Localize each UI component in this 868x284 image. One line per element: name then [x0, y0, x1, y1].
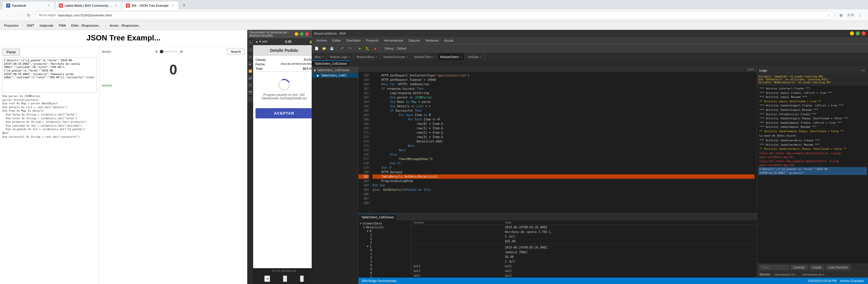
tab-modulelogin-close[interactable]: ×: [349, 55, 350, 59]
forward-button[interactable]: →: [14, 11, 22, 19]
tab-facebook-close[interactable]: ×: [46, 3, 51, 8]
menu-proyecto[interactable]: Proyecto: [364, 38, 381, 43]
tab-main[interactable]: Main ×: [312, 53, 327, 60]
permisos-button[interactable]: Lista Permisos: [826, 265, 850, 270]
back-button[interactable]: ←: [3, 11, 12, 19]
debug-tree-detaillist[interactable]: ▼DetailList: [359, 225, 411, 229]
tab-json[interactable]: B B4i - JSON Tree Example ×: [122, 1, 179, 9]
tab-alerts-close[interactable]: ×: [114, 3, 118, 8]
tab-alerts[interactable]: B Latest Alerts | B4X Community ... ×: [55, 1, 122, 9]
toolbar-annex[interactable]: Annex - Responsive...: [108, 23, 143, 28]
toolbar-redo[interactable]: ↷: [346, 46, 353, 52]
bookmark-star[interactable]: ☆: [827, 13, 831, 18]
side-btn-8[interactable]: 📷: [247, 89, 253, 95]
tab-instdata[interactable]: InstData ×: [465, 53, 485, 60]
admin-right[interactable]: Administrador de A...: [802, 273, 827, 276]
tab-moduleorders-close[interactable]: ×: [460, 55, 462, 59]
tab-modulegenerate-close[interactable]: ×: [406, 55, 408, 59]
ide-maximize[interactable]: [856, 31, 860, 35]
debug-tree-1-1[interactable]: 1: [359, 252, 411, 256]
debugger-tab-active[interactable]: TableOrders_CellClicked: [359, 214, 397, 220]
toolbar-treipicode[interactable]: treipicode: [38, 23, 55, 28]
debug-row-3[interactable]: 825.00: [411, 239, 757, 244]
side-btn-5[interactable]: 📶: [247, 68, 253, 74]
debug-tree-1-4[interactable]: 4: [359, 263, 411, 267]
admin-left[interactable]: Administrador de L...: [774, 273, 798, 276]
tab-instdata-close[interactable]: ×: [480, 55, 482, 59]
search-button[interactable]: Search: [227, 49, 245, 55]
url-bar[interactable]: No es seguro basic4ppc.com:51042/json/in…: [35, 11, 835, 19]
debug-row-7[interactable]: 58.00: [411, 255, 757, 259]
debug-row-null-2[interactable]: nullnull: [411, 269, 757, 274]
debug-tree-1-5[interactable]: 5: [359, 267, 411, 271]
debug-row-5[interactable]: 2019-06-24T08:03:26.000Z: [411, 245, 757, 250]
tree-item-tableorders[interactable]: ▶ TableOrders_CellCl: [312, 73, 358, 78]
ide-minimize[interactable]: [850, 31, 854, 35]
tab-moduleorders[interactable]: ModuleOrders ×: [437, 53, 465, 60]
debug-row-null-1[interactable]: nullnull: [411, 264, 757, 269]
debug-row-0[interactable]: 2019-06-24T08:03:26.000Z: [411, 225, 757, 230]
toolbar-run[interactable]: ▶: [357, 46, 363, 52]
tab-main-close[interactable]: ×: [322, 55, 324, 59]
side-btn-3[interactable]: ⟳: [247, 54, 253, 60]
side-btn-2[interactable]: ↷: [247, 47, 253, 53]
parse-button[interactable]: Parse: [2, 49, 20, 56]
menu-disenador[interactable]: Diseñador: [344, 38, 363, 43]
side-btn-1[interactable]: ↶: [247, 40, 253, 46]
side-btn-6[interactable]: 🔊: [247, 75, 253, 81]
menu-ventanas[interactable]: Ventanas: [423, 38, 441, 43]
toolbar-save[interactable]: 💾: [329, 46, 335, 52]
debug-row-null-3[interactable]: nullnull: [411, 274, 757, 278]
debug-tree-0-2[interactable]: 2: [359, 237, 411, 240]
debug-tree-1-2[interactable]: 2: [359, 256, 411, 260]
tab-modulegenerate[interactable]: ModuleGenerate ×: [380, 53, 411, 60]
slider-handle[interactable]: [160, 50, 163, 53]
debug-row-2[interactable]: 5 (b?): [411, 234, 757, 239]
debug-row-6[interactable]: Jamaica 700ml: [411, 250, 757, 255]
side-btn-4[interactable]: ▶: [247, 61, 253, 67]
json-input[interactable]: {"details":[{"id_pedido":4,"fecha":"2019…: [2, 57, 97, 93]
tab-modulemenu-close[interactable]: ×: [375, 55, 377, 59]
tab-modulelogin[interactable]: Module.Login ×: [327, 53, 354, 60]
toolbar-proyectos[interactable]: Proyectos: [2, 23, 20, 28]
clean-button[interactable]: Limpiar: [809, 265, 825, 270]
window-minimize[interactable]: [295, 32, 298, 36]
menu-herramientas[interactable]: Herramientas: [382, 38, 406, 43]
tab-facebook[interactable]: f Facebook ×: [2, 1, 55, 9]
menu-depurar[interactable]: Depurar: [406, 38, 423, 43]
toolbar-driko[interactable]: Driko - Responsive...: [69, 23, 103, 28]
toolbar-new[interactable]: 📄: [313, 46, 320, 52]
reload-button[interactable]: ↻: [25, 11, 33, 19]
back-nav-button[interactable]: ◄: [264, 276, 270, 282]
debug-tree-1[interactable]: ▼1: [359, 245, 411, 248]
debug-tree-1-3[interactable]: 3: [359, 260, 411, 263]
tab-modulemenu[interactable]: Module.Menu ×: [353, 53, 380, 60]
window-close[interactable]: [305, 32, 309, 36]
window-maximize[interactable]: [300, 32, 304, 36]
filter-input[interactable]: [760, 265, 789, 270]
code-content[interactable]: HTTP.GetRequest.SetContentType("applicat…: [370, 72, 757, 213]
new-tab-button[interactable]: +: [180, 1, 188, 9]
ide-close[interactable]: [862, 31, 866, 35]
side-btn-9[interactable]: ⋮: [247, 96, 253, 102]
debug-tree-1-0[interactable]: 0: [359, 248, 411, 252]
toolbar-undo[interactable]: ↶: [339, 46, 345, 52]
slider-track[interactable]: [160, 51, 177, 52]
debug-tree-1-7[interactable]: 7: [359, 275, 411, 278]
debug-tree-0[interactable]: ▼0: [359, 229, 411, 233]
logs-close-btn[interactable]: × 3: [859, 68, 866, 73]
toolbar-dwt[interactable]: DWT: [25, 23, 36, 28]
debug-tree-0-3[interactable]: 3: [359, 240, 411, 245]
home-nav-button[interactable]: ○: [283, 276, 287, 282]
sub-tab-active[interactable]: TableOrders_CellClicked: [312, 60, 350, 66]
toolbar-stop[interactable]: ■: [372, 46, 378, 52]
side-btn-7[interactable]: ✉: [247, 82, 253, 88]
recent-nav-button[interactable]: □: [300, 276, 304, 282]
toolbar-open[interactable]: 📂: [321, 46, 328, 52]
tab-moduleclient-close[interactable]: ×: [433, 55, 434, 59]
debug-tree-1-6[interactable]: 6: [359, 271, 411, 275]
debug-row-8[interactable]: 2 (b?): [411, 259, 757, 264]
tab-json-close[interactable]: ×: [170, 3, 175, 8]
menu-ayuda[interactable]: Ayuda: [442, 38, 456, 43]
android-accept-button[interactable]: ACEPTAR: [255, 108, 313, 118]
